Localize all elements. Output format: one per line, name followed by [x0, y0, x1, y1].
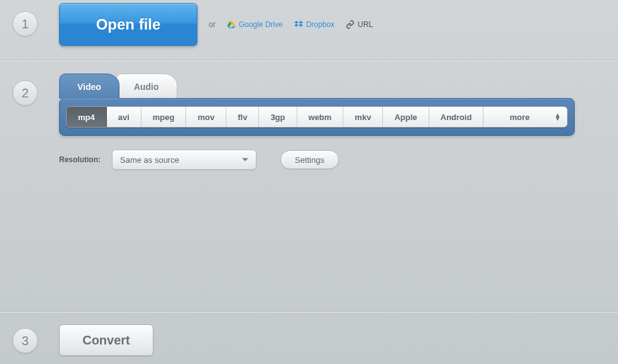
resolution-dropdown[interactable]: Same as source: [112, 150, 257, 170]
or-label: or: [209, 20, 216, 29]
step-1-badge: 1: [13, 11, 38, 36]
url-link[interactable]: URL: [346, 20, 373, 29]
format-mkv[interactable]: mkv: [343, 107, 383, 127]
resolution-row: Resolution: Same as source Settings: [59, 150, 575, 170]
open-file-button[interactable]: Open file: [59, 3, 197, 46]
settings-button[interactable]: Settings: [280, 150, 339, 169]
open-file-section: Open file or Google Drive Dropbox URL: [59, 3, 373, 46]
format-more[interactable]: more ▲▼: [483, 107, 567, 127]
svg-marker-6: [299, 24, 303, 27]
format-mp4[interactable]: mp4: [67, 107, 107, 127]
resolution-label: Resolution:: [59, 155, 101, 164]
format-mpeg[interactable]: mpeg: [141, 107, 187, 127]
format-mov[interactable]: mov: [186, 107, 226, 127]
tab-audio[interactable]: Audio: [116, 74, 177, 99]
step-3-badge: 3: [13, 328, 38, 353]
google-drive-label: Google Drive: [239, 20, 283, 29]
google-drive-link[interactable]: Google Drive: [227, 20, 283, 29]
resolution-value: Same as source: [120, 155, 179, 165]
format-bar: mp4 avi mpeg mov flv 3gp webm mkv Apple …: [66, 106, 568, 128]
format-flv[interactable]: flv: [226, 107, 259, 127]
divider-1: [0, 60, 618, 60]
format-avi[interactable]: avi: [107, 107, 141, 127]
dropbox-icon: [294, 20, 303, 29]
format-more-label: more: [510, 113, 530, 122]
dropbox-link[interactable]: Dropbox: [294, 20, 334, 29]
format-section: Video Audio mp4 avi mpeg mov flv 3gp web…: [59, 72, 575, 170]
step-2-badge: 2: [13, 80, 38, 106]
format-android[interactable]: Android: [429, 107, 484, 127]
google-drive-icon: [227, 20, 236, 29]
chevron-down-icon: [242, 158, 248, 162]
sort-arrows-icon: ▲▼: [555, 113, 561, 121]
media-tabs: Video Audio: [59, 72, 575, 99]
format-bar-container: mp4 avi mpeg mov flv 3gp webm mkv Apple …: [59, 98, 575, 136]
link-icon: [346, 20, 355, 29]
tab-video[interactable]: Video: [59, 74, 119, 99]
format-3gp[interactable]: 3gp: [259, 107, 297, 127]
dropbox-label: Dropbox: [306, 20, 334, 29]
svg-marker-4: [299, 21, 303, 24]
format-apple[interactable]: Apple: [383, 107, 429, 127]
svg-marker-5: [294, 24, 299, 27]
url-label: URL: [358, 20, 373, 29]
svg-marker-3: [294, 21, 299, 24]
format-webm[interactable]: webm: [297, 107, 344, 127]
divider-2: [0, 311, 618, 312]
convert-button[interactable]: Convert: [59, 324, 153, 356]
